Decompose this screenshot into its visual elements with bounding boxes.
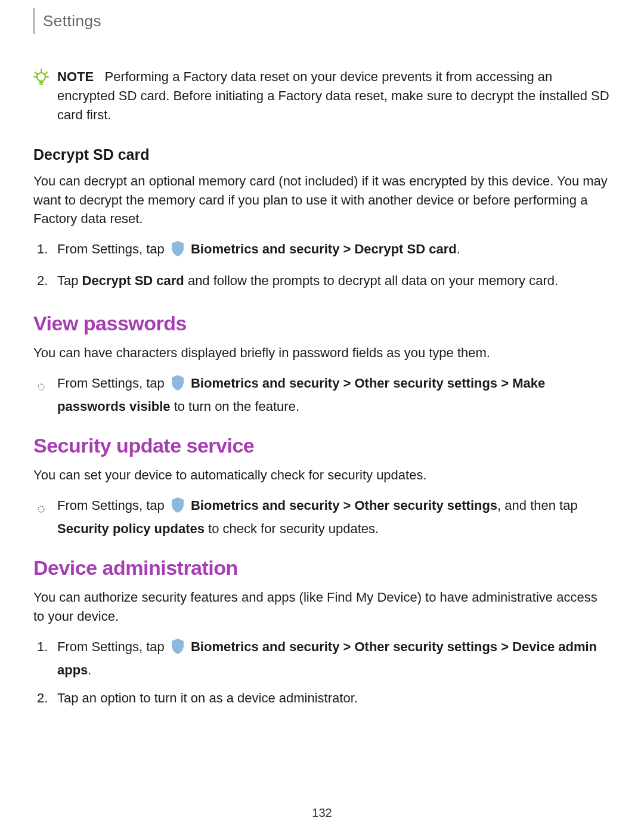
svg-point-1	[38, 384, 44, 390]
decrypt-steps: From Settings, tap Biometrics and securi…	[33, 239, 611, 290]
page-header-title: Settings	[43, 12, 611, 30]
sub-heading-decrypt: Decrypt SD card	[33, 146, 611, 163]
bullet-prefix: From Settings, tap	[57, 376, 168, 391]
step-prefix: From Settings, tap	[57, 639, 168, 654]
section-heading-security: Security update service	[33, 434, 611, 457]
bullet-suffix: to check for security updates.	[205, 521, 379, 536]
bullet-bold1: Biometrics and security > Other security…	[191, 498, 497, 513]
dotted-circle-icon	[37, 377, 45, 397]
bullet-suffix: to turn on the feature.	[171, 399, 299, 414]
svg-point-2	[38, 506, 44, 512]
viewpass-bullets: From Settings, tap Biometrics and securi…	[33, 373, 611, 416]
page-number: 132	[0, 806, 644, 820]
decrypt-step-1: From Settings, tap Biometrics and securi…	[57, 239, 611, 262]
note-text: NOTE Performing a Factory data reset on …	[57, 67, 611, 125]
security-intro: You can set your device to automatically…	[33, 466, 611, 485]
decrypt-step-2: Tap Decrypt SD card and follow the promp…	[57, 271, 611, 290]
shield-icon	[171, 240, 185, 262]
note-label: NOTE	[57, 69, 94, 84]
shield-icon	[171, 638, 185, 660]
bullet-prefix: From Settings, tap	[57, 498, 168, 513]
admin-intro: You can authorize security features and …	[33, 588, 611, 626]
viewpass-bullet-1: From Settings, tap Biometrics and securi…	[57, 373, 611, 416]
note-body: Performing a Factory data reset on your …	[57, 69, 609, 122]
section-heading-admin: Device administration	[33, 556, 611, 580]
dotted-circle-icon	[37, 499, 45, 519]
lightbulb-icon	[33, 69, 49, 89]
admin-step-1: From Settings, tap Biometrics and securi…	[57, 637, 611, 680]
step-bold: Biometrics and security > Decrypt SD car…	[191, 241, 457, 256]
bullet-bold2: Security policy updates	[57, 521, 205, 536]
step-text: From Settings, tap	[57, 241, 168, 256]
svg-point-0	[37, 73, 45, 81]
security-bullet-1: From Settings, tap Biometrics and securi…	[57, 496, 611, 538]
admin-step-2: Tap an option to turn it on as a device …	[57, 688, 611, 708]
note-block: NOTE Performing a Factory data reset on …	[33, 67, 611, 125]
shield-icon	[171, 374, 185, 397]
step-suffix: .	[88, 662, 91, 677]
page-header: Settings	[33, 8, 611, 34]
bullet-mid: , and then tap	[497, 498, 578, 513]
step-bold: Decrypt SD card	[82, 273, 184, 288]
step-suffix: .	[457, 241, 460, 256]
viewpass-intro: You can have characters displayed briefl…	[33, 343, 611, 363]
admin-steps: From Settings, tap Biometrics and securi…	[33, 637, 611, 708]
security-bullets: From Settings, tap Biometrics and securi…	[33, 496, 611, 538]
step-prefix: Tap	[57, 273, 82, 288]
step-rest: and follow the prompts to decrypt all da…	[184, 273, 558, 288]
decrypt-intro: You can decrypt an optional memory card …	[33, 172, 611, 229]
shield-icon	[171, 497, 185, 519]
section-heading-viewpass: View passwords	[33, 312, 611, 335]
